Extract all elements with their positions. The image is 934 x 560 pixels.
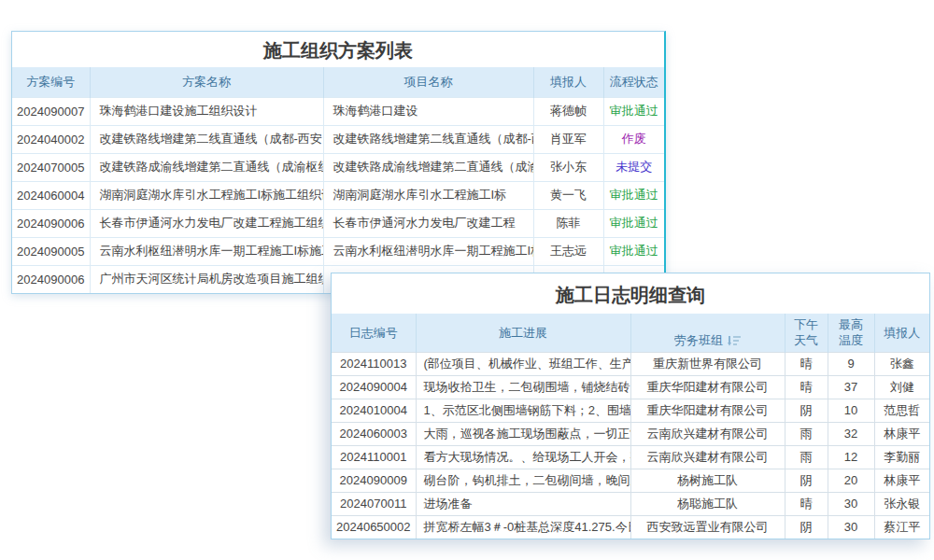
col-team-header[interactable]: 劳务班组 <box>630 314 785 352</box>
reporter-link[interactable]: 陈菲 <box>533 209 603 237</box>
team-cell: 杨树施工队 <box>630 469 785 492</box>
plan-id-link[interactable]: 2024070005 <box>12 153 90 181</box>
project-name-link[interactable]: 改建铁路成渝线增建第二直通线（成渝枢... <box>323 153 533 181</box>
progress-cell: (部位项目、机械作业、班组工作、生产... <box>416 352 630 375</box>
team-cell: 云南欣兴建材有限公司 <box>630 445 785 469</box>
weather-cell: 阴 <box>785 515 828 539</box>
status-badge: 未提交 <box>603 153 664 181</box>
progress-cell: 看方大现场情况。、给现场工人开会，整... <box>416 445 630 469</box>
reporter-link[interactable]: 林康平 <box>874 469 929 492</box>
log-table: 日志编号 施工进展 劳务班组 <box>332 314 929 539</box>
plan-id-link[interactable]: 2024060004 <box>12 181 90 209</box>
log-id-link[interactable]: 2024110013 <box>332 352 416 375</box>
team-cell: 重庆华阳建材有限公司 <box>630 399 785 422</box>
col-temp-header: 最高 温度 <box>828 314 874 352</box>
plan-name-link[interactable]: 长春市伊通河水力发电厂改建工程施工组织设计 <box>90 209 323 237</box>
plan-name-link[interactable]: 珠海鹤港口建设施工组织设计 <box>90 97 323 125</box>
log-id-link[interactable]: 2024110001 <box>332 445 416 469</box>
col-reporter-header: 填报人 <box>533 67 603 97</box>
status-badge: 审批通过 <box>603 181 664 209</box>
plan-id-link[interactable]: 2024090006 <box>12 265 90 293</box>
log-id-link[interactable]: 2024090004 <box>332 375 416 399</box>
log-id-link[interactable]: 2024090009 <box>332 469 416 492</box>
temp-cell: 30 <box>828 515 874 539</box>
status-badge: 审批通过 <box>603 209 664 237</box>
table-row: 2024090007 珠海鹤港口建设施工组织设计 珠海鹤港口建设 蒋德帧 审批通… <box>12 97 664 125</box>
table-row: 2024110001 看方大现场情况。、给现场工人开会，整... 云南欣兴建材有… <box>332 445 929 469</box>
progress-cell: 进场准备 <box>416 492 630 515</box>
project-name-link[interactable]: 湖南洞庭湖水库引水工程施工I标 <box>323 181 533 209</box>
plan-id-link[interactable]: 2024090007 <box>12 97 90 125</box>
progress-cell: 1、示范区北侧围墙钢筋下料；2、围墙地... <box>416 399 630 422</box>
plan-name-link[interactable]: 改建铁路成渝线增建第二直通线（成渝枢纽）... <box>90 153 323 181</box>
log-id-link[interactable]: 20240650002 <box>332 515 416 539</box>
temp-cell: 37 <box>828 375 874 399</box>
table-row: 2024090009 砌台阶，钩机排土，二包砌间墙，晚间加... 杨树施工队 阴… <box>332 469 929 492</box>
weather-cell: 雨 <box>785 422 828 445</box>
reporter-link[interactable]: 张永银 <box>874 492 929 515</box>
temp-cell: 12 <box>828 445 874 469</box>
weather-cell: 雨 <box>785 445 828 469</box>
temp-cell: 30 <box>828 492 874 515</box>
progress-cell: 大雨，巡视各施工现场围蔽点，一切正常... <box>416 422 630 445</box>
project-name-link[interactable]: 云南水利枢纽潜明水库一期工程施工I标 <box>323 237 533 265</box>
plan-name-link[interactable]: 改建铁路线增建第二线直通线（成都-西安）... <box>90 125 323 153</box>
reporter-link[interactable]: 张小东 <box>533 153 603 181</box>
team-cell: 杨聪施工队 <box>630 492 785 515</box>
team-cell: 西安致远置业有限公司 <box>630 515 785 539</box>
plan-name-link[interactable]: 云南水利枢纽潜明水库一期工程施工I标施工组... <box>90 237 323 265</box>
table-row: 2024060003 大雨，巡视各施工现场围蔽点，一切正常... 云南欣兴建材有… <box>332 422 929 445</box>
reporter-link[interactable]: 蒋德帧 <box>533 97 603 125</box>
plan-id-link[interactable]: 2024090006 <box>12 209 90 237</box>
project-name-link[interactable]: 改建铁路线增建第二线直通线（成都-西安... <box>323 125 533 153</box>
log-table-title: 施工日志明细查询 <box>332 273 929 314</box>
team-cell: 重庆新世界有限公司 <box>630 352 785 375</box>
log-id-link[interactable]: 2024010004 <box>332 399 416 422</box>
progress-cell: 拼宽桥左幅3＃-0桩基总深度41.275.今日进... <box>416 515 630 539</box>
plan-id-link[interactable]: 2024090005 <box>12 237 90 265</box>
plan-table-header-row: 方案编号 方案名称 项目名称 填报人 流程状态 <box>12 67 664 97</box>
weather-cell: 晴 <box>785 492 828 515</box>
temp-cell: 10 <box>828 399 874 422</box>
weather-cell: 阴 <box>785 469 828 492</box>
reporter-link[interactable]: 黄一飞 <box>533 181 603 209</box>
plan-table-title: 施工组织方案列表 <box>12 32 664 67</box>
reporter-link[interactable]: 蔡江平 <box>874 515 929 539</box>
sort-amount-icon[interactable] <box>728 335 741 346</box>
table-row: 2024090005 云南水利枢纽潜明水库一期工程施工I标施工组... 云南水利… <box>12 237 664 265</box>
project-name-link[interactable]: 长春市伊通河水力发电厂改建工程 <box>323 209 533 237</box>
table-row: 2024090006 长春市伊通河水力发电厂改建工程施工组织设计 长春市伊通河水… <box>12 209 664 237</box>
page: 施工组织方案列表 方案编号 方案名称 项目名称 填报人 流程状态 2024090… <box>0 0 934 560</box>
log-table-header-row: 日志编号 施工进展 劳务班组 <box>332 314 929 352</box>
plan-name-link[interactable]: 广州市天河区统计局机房改造项目施工组织设计 <box>90 265 323 293</box>
weather-cell: 阴 <box>785 399 828 422</box>
temp-cell: 9 <box>828 352 874 375</box>
reporter-link[interactable]: 刘健 <box>874 375 929 399</box>
reporter-link[interactable]: 林康平 <box>874 422 929 445</box>
log-table-panel: 施工日志明细查询 日志编号 施工进展 劳务班组 <box>331 273 930 539</box>
col-project-name-header: 项目名称 <box>323 67 533 97</box>
plan-name-link[interactable]: 湖南洞庭湖水库引水工程施工I标施工组织设计 <box>90 181 323 209</box>
status-badge: 审批通过 <box>603 237 664 265</box>
reporter-link[interactable]: 王志远 <box>533 237 603 265</box>
weather-cell: 晴 <box>785 352 828 375</box>
col-status-header: 流程状态 <box>603 67 664 97</box>
col-plan-id-header: 方案编号 <box>12 67 90 97</box>
col-progress-header: 施工进展 <box>416 314 630 352</box>
reporter-link[interactable]: 李勤丽 <box>874 445 929 469</box>
table-row: 20240650002 拼宽桥左幅3＃-0桩基总深度41.275.今日进... … <box>332 515 929 539</box>
temp-cell: 32 <box>828 422 874 445</box>
table-row: 2024060004 湖南洞庭湖水库引水工程施工I标施工组织设计 湖南洞庭湖水库… <box>12 181 664 209</box>
plan-table: 方案编号 方案名称 项目名称 填报人 流程状态 2024090007 珠海鹤港口… <box>12 67 664 293</box>
table-row: 2024010004 1、示范区北侧围墙钢筋下料；2、围墙地... 重庆华阳建材… <box>332 399 929 422</box>
project-name-link[interactable]: 珠海鹤港口建设 <box>323 97 533 125</box>
col-team-header-label: 劳务班组 <box>674 332 723 348</box>
reporter-link[interactable]: 张鑫 <box>874 352 929 375</box>
reporter-link[interactable]: 范思哲 <box>874 399 929 422</box>
weather-cell: 晴 <box>785 375 828 399</box>
log-id-link[interactable]: 2024060003 <box>332 422 416 445</box>
col-weather-header: 下午 天气 <box>785 314 828 352</box>
reporter-link[interactable]: 肖亚军 <box>533 125 603 153</box>
log-id-link[interactable]: 2024070011 <box>332 492 416 515</box>
plan-id-link[interactable]: 2024040002 <box>12 125 90 153</box>
